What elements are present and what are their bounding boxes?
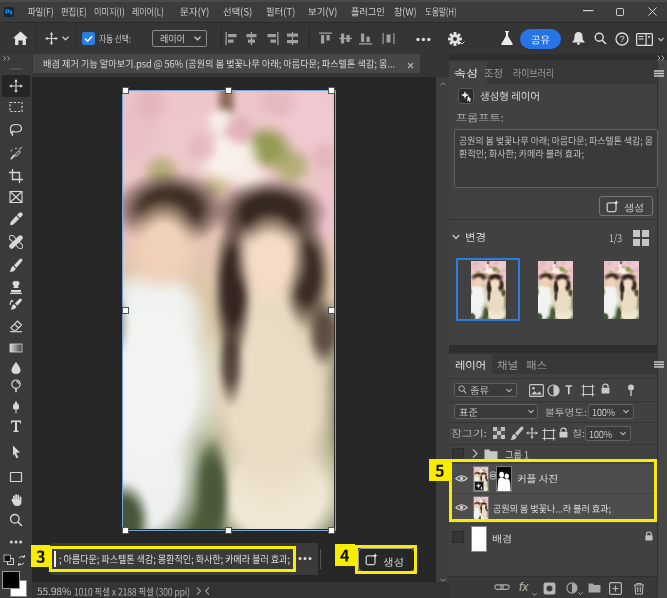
svg-text:?: ? bbox=[619, 34, 624, 44]
svg-text:fx: fx bbox=[519, 581, 529, 593]
